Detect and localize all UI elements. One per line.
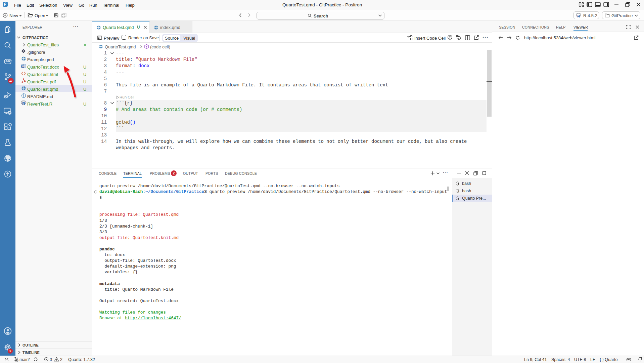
svg-text:R: R bbox=[578, 14, 581, 17]
svg-text:W: W bbox=[22, 65, 24, 67]
svg-text:R: R bbox=[22, 102, 25, 106]
